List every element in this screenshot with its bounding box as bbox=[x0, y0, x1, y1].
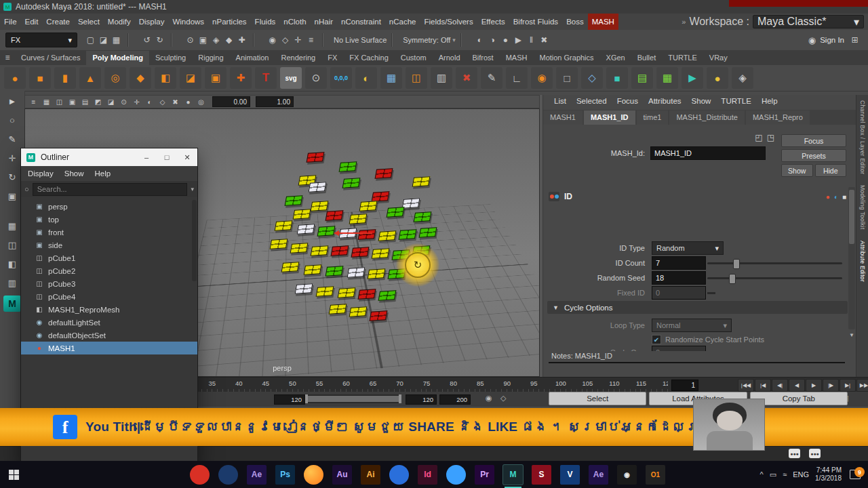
shelf-extra-icon[interactable]: ◈ bbox=[732, 67, 753, 89]
attribute-editor-footer-button[interactable]: Select bbox=[549, 392, 646, 405]
outliner-item[interactable]: ▣ persp bbox=[21, 200, 197, 213]
menu-item[interactable]: nConstraint bbox=[337, 14, 385, 30]
safe-action-icon[interactable]: ◪ bbox=[105, 96, 117, 107]
outliner-item[interactable]: ◫ pCube1 bbox=[21, 251, 197, 264]
layout-four-pane-icon[interactable]: ◫ bbox=[3, 237, 21, 253]
outliner-menu-item[interactable]: Display bbox=[28, 169, 54, 178]
scale-tool-icon[interactable]: ▣ bbox=[3, 188, 21, 205]
exposure-field[interactable]: 0.00 bbox=[212, 96, 250, 107]
safe-title-icon[interactable]: ⊙ bbox=[118, 96, 130, 107]
menu-item[interactable]: Display bbox=[135, 14, 169, 30]
shelf-tab[interactable]: Motion Graphics bbox=[533, 51, 599, 65]
shelf-cylinder-icon[interactable]: ▮ bbox=[54, 67, 76, 89]
sign-in-button[interactable]: ◉ Sign In ⊞ bbox=[808, 34, 868, 47]
tray-touch-keyboard-icon[interactable]: ▭ bbox=[770, 470, 776, 479]
menu-item[interactable]: nCache bbox=[385, 14, 420, 30]
attribute-editor-menu-item[interactable]: TURTLE bbox=[721, 97, 751, 110]
playback-end-field[interactable]: 200 bbox=[439, 394, 471, 405]
tray-network-icon[interactable]: ≈ bbox=[783, 470, 787, 479]
hide-button[interactable]: Hide bbox=[815, 164, 847, 177]
slider-handle[interactable] bbox=[733, 259, 740, 269]
move-tool-icon[interactable]: ✛ bbox=[3, 150, 21, 167]
node-state-icon[interactable]: ● bbox=[826, 193, 830, 201]
shelf-type-tool-icon[interactable]: T bbox=[255, 67, 277, 89]
symmetry-label[interactable]: Symmetry: Off bbox=[403, 36, 450, 44]
attribute-editor-menu-item[interactable]: Focus bbox=[617, 97, 638, 110]
mash-editor-icon[interactable]: M bbox=[3, 296, 21, 312]
menu-set-select[interactable]: FX ▾ bbox=[5, 33, 77, 47]
loop-mode-icon[interactable]: ◇ bbox=[500, 394, 506, 403]
playback-button[interactable]: ◀| bbox=[772, 379, 788, 392]
workspace-select[interactable]: Maya Classic* ▾ bbox=[753, 15, 864, 28]
menu-item[interactable]: File bbox=[0, 14, 21, 30]
shelf-svg-tool-icon[interactable]: svg bbox=[280, 67, 302, 89]
attribute-editor-menu-item[interactable]: Help bbox=[762, 97, 778, 110]
menu-item[interactable]: MASH bbox=[588, 14, 618, 30]
stop-icon[interactable]: ✖ bbox=[538, 34, 551, 47]
taskbar-app-firefox[interactable] bbox=[304, 465, 323, 485]
mash-id-field[interactable]: MASH1_ID bbox=[650, 146, 766, 160]
outliner-title-bar[interactable]: M Outliner –□✕ bbox=[21, 148, 197, 166]
attribute-editor-scrollbar[interactable] bbox=[848, 187, 855, 329]
menu-item[interactable]: Create bbox=[42, 14, 74, 30]
panel-menu-icon[interactable]: ≡ bbox=[28, 96, 39, 107]
open-scene-icon[interactable]: ◪ bbox=[97, 34, 110, 47]
grid-toggle-icon[interactable]: ▦ bbox=[41, 96, 52, 107]
shelf-coords-icon[interactable]: 0,0,0 bbox=[330, 67, 352, 89]
overflow-chevron-icon[interactable]: » bbox=[682, 18, 686, 26]
lasso-tool-icon[interactable]: ○ bbox=[3, 112, 21, 129]
shelf-torus-icon[interactable]: ◎ bbox=[104, 67, 126, 89]
start-button[interactable] bbox=[0, 461, 27, 488]
playback-option-icon[interactable]: ◉ bbox=[486, 394, 492, 403]
outliner-item[interactable]: ▣ top bbox=[21, 213, 197, 226]
chevron-down-icon[interactable]: ▾ bbox=[452, 37, 456, 43]
attribute-editor-menu-item[interactable]: Show bbox=[692, 97, 711, 110]
select-mesh-icon[interactable]: ◆ bbox=[222, 34, 235, 47]
shelf-tab[interactable]: Arnold bbox=[433, 51, 467, 65]
menu-item[interactable]: Modify bbox=[104, 14, 135, 30]
show-ui-elements-icon[interactable]: ⊞ bbox=[848, 34, 861, 47]
range-cap-left[interactable] bbox=[305, 394, 308, 403]
menu-item[interactable]: Effects bbox=[477, 14, 509, 30]
node-tab[interactable]: MASH1_ID bbox=[584, 110, 635, 125]
clock[interactable]: 7:44 PM 1/3/2018 bbox=[815, 466, 842, 483]
rotate-manipulator-highlight[interactable]: ↻ bbox=[396, 243, 439, 287]
menu-item[interactable]: Windows bbox=[168, 14, 208, 30]
range-slider-handle[interactable] bbox=[307, 396, 400, 402]
screen-space-ao-icon[interactable]: ✖ bbox=[170, 96, 181, 107]
select-tool-icon[interactable]: ► bbox=[3, 93, 21, 110]
render-icon[interactable]: ◐ bbox=[473, 34, 486, 47]
paint-select-tool-icon[interactable]: ✎ bbox=[3, 131, 21, 148]
taskbar-app-maya[interactable]: M bbox=[503, 465, 523, 485]
side-tab[interactable]: Attribute Editor bbox=[859, 241, 866, 282]
shelf-tab[interactable]: Bifrost bbox=[467, 51, 500, 65]
menu-item[interactable]: Fluids bbox=[251, 14, 280, 30]
taskbar-app-after-effects-2[interactable]: Ae bbox=[589, 465, 608, 485]
shelf-green-grid-icon[interactable]: ▦ bbox=[656, 67, 678, 89]
layout-single-pane-icon[interactable]: ▦ bbox=[3, 218, 21, 235]
gamma-field[interactable]: 1.00 bbox=[256, 96, 294, 107]
show-button[interactable]: Show bbox=[781, 164, 813, 177]
playback-button[interactable]: ▶ bbox=[806, 379, 822, 392]
shelf-tab[interactable]: Custom bbox=[395, 51, 433, 65]
scroll-down-icon[interactable]: ▼ bbox=[849, 332, 854, 338]
shadows-icon[interactable]: ◇ bbox=[157, 96, 168, 107]
shelf-teal-cube-icon[interactable]: ■ bbox=[606, 67, 628, 89]
redo-icon[interactable]: ↻ bbox=[153, 34, 166, 47]
shelf-tab[interactable]: Animation bbox=[230, 51, 275, 65]
shelf-play-icon[interactable]: ▶ bbox=[682, 67, 703, 89]
random-seed-field[interactable]: 18 bbox=[652, 271, 706, 285]
shelf-menu-icon[interactable]: ≡ bbox=[0, 50, 15, 65]
undo-icon[interactable]: ↺ bbox=[140, 34, 153, 47]
presets-button[interactable]: Presets bbox=[781, 149, 846, 162]
shelf-gold-sphere-icon[interactable]: ◐ bbox=[355, 67, 377, 89]
outliner-item[interactable]: ◫ pCube3 bbox=[21, 277, 197, 290]
new-scene-icon[interactable]: ▢ bbox=[84, 34, 97, 47]
maximize-button[interactable]: □ bbox=[157, 148, 177, 166]
snap-plane-icon[interactable]: ≡ bbox=[304, 34, 317, 47]
chat-bubble-icon-2[interactable]: ●●● bbox=[809, 449, 821, 458]
shelf-measure-icon[interactable]: ∟ bbox=[506, 67, 528, 89]
menu-item[interactable]: Boss bbox=[562, 14, 588, 30]
playback-button[interactable]: |▶ bbox=[823, 379, 839, 392]
tray-chevron-icon[interactable]: ^ bbox=[760, 470, 764, 479]
